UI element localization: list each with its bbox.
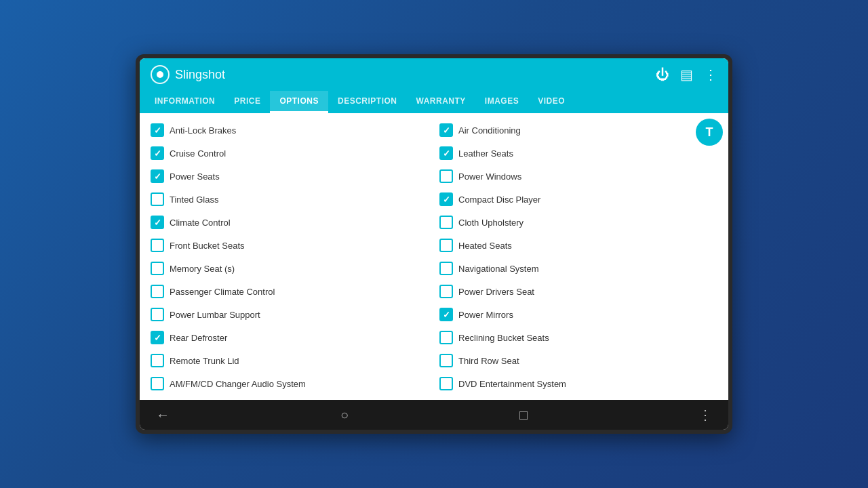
option-label-left-3: Tinted Glass bbox=[170, 195, 219, 205]
option-item-left-11[interactable]: AM/FM/CD Changer Audio System bbox=[145, 372, 434, 395]
checkbox-right-9[interactable] bbox=[439, 331, 453, 344]
option-item-right-9[interactable]: Reclining Bucket Seats bbox=[434, 326, 723, 349]
checkbox-right-10[interactable] bbox=[439, 354, 453, 367]
checkbox-right-8[interactable] bbox=[439, 308, 453, 321]
checkbox-left-3[interactable] bbox=[151, 192, 164, 206]
tab-options[interactable]: OPTIONS bbox=[270, 91, 328, 113]
checkbox-right-2[interactable] bbox=[439, 169, 453, 183]
option-label-right-5: Heated Seats bbox=[458, 241, 512, 251]
app-title: Slingshot bbox=[175, 68, 225, 82]
option-label-right-2: Power Windows bbox=[458, 171, 521, 182]
checkbox-right-5[interactable] bbox=[439, 239, 453, 252]
option-label-left-1: Cruise Control bbox=[170, 148, 226, 159]
checkbox-left-0[interactable] bbox=[151, 123, 164, 137]
checkbox-right-11[interactable] bbox=[439, 377, 453, 390]
app-logo bbox=[151, 65, 170, 84]
device-frame: Slingshot ⏻ ▤ ⋮ INFORMATION PRICE OPTION… bbox=[136, 54, 732, 434]
option-item-right-3[interactable]: Compact Disc Player bbox=[434, 188, 723, 211]
option-item-left-4[interactable]: Climate Control bbox=[145, 211, 434, 234]
option-label-right-6: Navigational System bbox=[458, 264, 539, 274]
logo-inner bbox=[157, 71, 163, 78]
option-label-left-2: Power Seats bbox=[170, 171, 220, 182]
checkbox-left-4[interactable] bbox=[151, 216, 164, 229]
option-label-right-10: Third Row Seat bbox=[458, 356, 519, 366]
back-button[interactable]: ← bbox=[156, 407, 170, 423]
checkbox-left-5[interactable] bbox=[151, 239, 164, 252]
option-item-right-12[interactable]: Child Proof Door Locks bbox=[434, 395, 723, 400]
option-label-right-7: Power Drivers Seat bbox=[458, 287, 534, 297]
checkbox-left-11[interactable] bbox=[151, 377, 164, 390]
screen: Slingshot ⏻ ▤ ⋮ INFORMATION PRICE OPTION… bbox=[140, 58, 728, 430]
checkbox-right-3[interactable] bbox=[439, 192, 453, 206]
power-icon[interactable]: ⏻ bbox=[656, 67, 669, 83]
option-label-left-5: Front Bucket Seats bbox=[170, 241, 245, 251]
option-item-left-7[interactable]: Passenger Climate Control bbox=[145, 280, 434, 303]
option-label-right-0: Air Conditioning bbox=[458, 125, 521, 136]
option-label-left-4: Climate Control bbox=[170, 218, 231, 228]
option-item-left-2[interactable]: Power Seats bbox=[145, 165, 434, 188]
option-item-left-8[interactable]: Power Lumbar Support bbox=[145, 303, 434, 326]
option-item-left-10[interactable]: Remote Trunk Lid bbox=[145, 349, 434, 372]
option-item-right-0[interactable]: Air Conditioning bbox=[434, 119, 723, 142]
option-label-left-7: Passenger Climate Control bbox=[170, 287, 275, 297]
avatar-button[interactable]: T bbox=[696, 119, 723, 146]
option-item-right-10[interactable]: Third Row Seat bbox=[434, 349, 723, 372]
content-area: T Anti-Lock BrakesAir ConditioningCruise… bbox=[140, 113, 728, 400]
options-grid: Anti-Lock BrakesAir ConditioningCruise C… bbox=[140, 119, 728, 400]
option-item-right-7[interactable]: Power Drivers Seat bbox=[434, 280, 723, 303]
option-label-right-3: Compact Disc Player bbox=[458, 195, 540, 205]
option-label-left-11: AM/FM/CD Changer Audio System bbox=[170, 379, 306, 389]
app-header: Slingshot ⏻ ▤ ⋮ bbox=[140, 58, 728, 91]
checkbox-right-0[interactable] bbox=[439, 123, 453, 137]
option-label-left-9: Rear Defroster bbox=[170, 333, 227, 343]
option-item-left-9[interactable]: Rear Defroster bbox=[145, 326, 434, 349]
option-item-left-0[interactable]: Anti-Lock Brakes bbox=[145, 119, 434, 142]
option-label-left-8: Power Lumbar Support bbox=[170, 310, 260, 320]
option-label-right-1: Leather Seats bbox=[458, 148, 513, 159]
document-icon[interactable]: ▤ bbox=[680, 66, 693, 83]
checkbox-left-2[interactable] bbox=[151, 169, 164, 183]
bottom-nav: ← ○ □ ⋮ bbox=[140, 400, 728, 430]
more-button[interactable]: ⋮ bbox=[698, 407, 712, 423]
option-item-right-1[interactable]: Leather Seats bbox=[434, 142, 723, 165]
checkbox-left-7[interactable] bbox=[151, 285, 164, 298]
header-left: Slingshot bbox=[151, 65, 225, 84]
checkbox-right-6[interactable] bbox=[439, 262, 453, 275]
option-item-left-1[interactable]: Cruise Control bbox=[145, 142, 434, 165]
option-label-left-6: Memory Seat (s) bbox=[170, 264, 235, 274]
option-item-right-4[interactable]: Cloth Upholstery bbox=[434, 211, 723, 234]
option-item-right-8[interactable]: Power Mirrors bbox=[434, 303, 723, 326]
option-label-right-9: Reclining Bucket Seats bbox=[458, 333, 549, 343]
option-item-right-11[interactable]: DVD Entertainment System bbox=[434, 372, 723, 395]
tab-video[interactable]: VIDEO bbox=[528, 91, 574, 113]
checkbox-right-1[interactable] bbox=[439, 146, 453, 160]
tabs-bar: INFORMATION PRICE OPTIONS DESCRIPTION WA… bbox=[140, 91, 728, 113]
option-item-right-6[interactable]: Navigational System bbox=[434, 257, 723, 280]
checkbox-right-7[interactable] bbox=[439, 285, 453, 298]
tab-price[interactable]: PRICE bbox=[224, 91, 270, 113]
header-actions: ⏻ ▤ ⋮ bbox=[656, 66, 717, 83]
checkbox-left-9[interactable] bbox=[151, 331, 164, 344]
recents-button[interactable]: □ bbox=[519, 407, 528, 423]
home-button[interactable]: ○ bbox=[340, 407, 349, 423]
option-label-left-10: Remote Trunk Lid bbox=[170, 356, 239, 366]
checkbox-left-10[interactable] bbox=[151, 354, 164, 367]
tab-warranty[interactable]: WARRANTY bbox=[406, 91, 475, 113]
tab-images[interactable]: IMAGES bbox=[475, 91, 528, 113]
option-label-right-8: Power Mirrors bbox=[458, 310, 513, 320]
tab-description[interactable]: DESCRIPTION bbox=[328, 91, 407, 113]
option-item-left-3[interactable]: Tinted Glass bbox=[145, 188, 434, 211]
option-item-right-2[interactable]: Power Windows bbox=[434, 165, 723, 188]
option-item-left-6[interactable]: Memory Seat (s) bbox=[145, 257, 434, 280]
option-label-right-4: Cloth Upholstery bbox=[458, 218, 524, 228]
option-label-right-11: DVD Entertainment System bbox=[458, 379, 566, 389]
option-item-left-12[interactable]: Satellite Radio System bbox=[145, 395, 434, 400]
option-item-left-5[interactable]: Front Bucket Seats bbox=[145, 234, 434, 257]
option-item-right-5[interactable]: Heated Seats bbox=[434, 234, 723, 257]
checkbox-left-8[interactable] bbox=[151, 308, 164, 321]
checkbox-right-4[interactable] bbox=[439, 216, 453, 229]
checkbox-left-1[interactable] bbox=[151, 146, 164, 160]
tab-information[interactable]: INFORMATION bbox=[145, 91, 224, 113]
more-options-icon[interactable]: ⋮ bbox=[704, 66, 717, 83]
checkbox-left-6[interactable] bbox=[151, 262, 164, 275]
